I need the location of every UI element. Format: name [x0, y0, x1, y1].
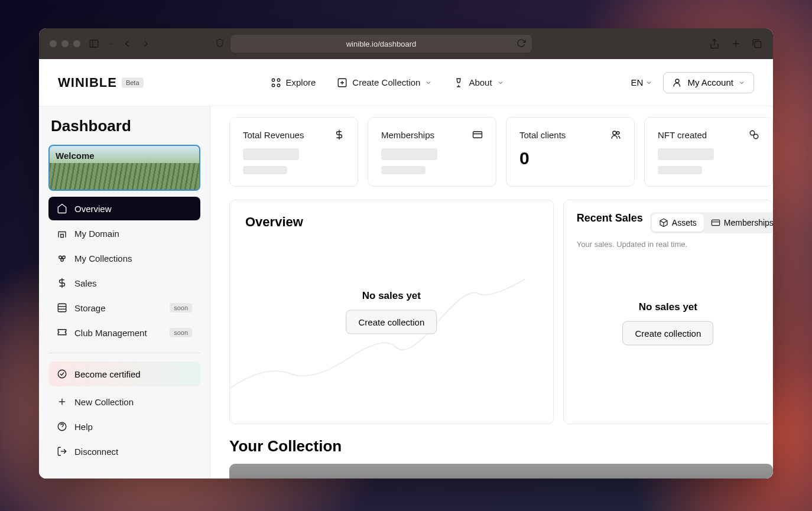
svg-rect-19 [58, 304, 66, 312]
traffic-lights [50, 40, 80, 47]
castle-icon [57, 228, 67, 239]
minimize-window-button[interactable] [61, 40, 69, 47]
beta-badge: Beta [122, 77, 144, 88]
create-collection-button[interactable]: Create collection [623, 321, 714, 345]
chevron-down-icon[interactable] [108, 41, 113, 47]
stat-title: NFT created [658, 130, 707, 140]
stat-card-clients: Total clients 0 [506, 117, 635, 187]
new-tab-icon[interactable] [730, 38, 741, 49]
sidebar-item-label: Help [74, 422, 93, 432]
nav-create-label: Create Collection [352, 77, 420, 87]
svg-rect-14 [61, 235, 64, 237]
maximize-window-button[interactable] [73, 40, 80, 47]
nav-explore[interactable]: Explore [271, 77, 316, 88]
tab-label: Memberships [724, 218, 773, 227]
logo[interactable]: WINIBLE Beta [58, 75, 144, 90]
sidebar-item-new-collection[interactable]: New Collection [48, 390, 200, 414]
stat-card-revenues: Total Revenues [229, 117, 358, 187]
check-badge-icon [57, 369, 67, 379]
svg-point-34 [753, 134, 758, 139]
svg-point-7 [277, 79, 280, 82]
become-certified-button[interactable]: Become certified [48, 362, 200, 386]
collection-placeholder [229, 464, 773, 479]
stat-title: Total clients [519, 130, 566, 140]
chevron-down-icon [645, 79, 652, 86]
card-icon [711, 218, 720, 227]
url-text: winible.io/dashboard [346, 40, 417, 48]
svg-point-6 [272, 79, 275, 82]
sidebar-item-storage[interactable]: Storage soon [48, 296, 200, 320]
sidebar-item-my-domain[interactable]: My Domain [48, 222, 200, 245]
card-icon [472, 129, 483, 140]
svg-rect-35 [712, 220, 719, 225]
chevron-down-icon [738, 79, 745, 86]
user-icon [672, 77, 683, 88]
grapes-icon [57, 253, 67, 263]
skeleton-loader [243, 148, 299, 160]
sidebar-item-label: My Domain [74, 229, 119, 239]
create-collection-button[interactable]: Create collection [346, 310, 437, 334]
sidebar-item-my-collections[interactable]: My Collections [48, 246, 200, 270]
my-account-button[interactable]: My Account [663, 72, 754, 93]
welcome-card[interactable]: Welcome [48, 145, 200, 191]
help-icon [57, 421, 67, 432]
svg-point-17 [61, 259, 64, 262]
forward-button[interactable] [141, 38, 151, 49]
sidebar-item-label: Club Management [74, 328, 147, 338]
sidebar-item-sales[interactable]: Sales [48, 271, 200, 295]
svg-point-8 [272, 84, 275, 87]
svg-point-15 [59, 256, 62, 259]
link-icon [749, 129, 759, 140]
svg-point-22 [58, 370, 66, 378]
tabs-icon[interactable] [752, 38, 762, 49]
sidebar-title: Dashboard [48, 117, 200, 135]
sidebar-item-label: Storage [74, 303, 106, 313]
sidebar-item-club-management[interactable]: Club Management soon [48, 321, 200, 344]
share-icon[interactable] [709, 38, 720, 49]
sidebar-item-label: New Collection [74, 397, 134, 407]
sidebar-item-overview[interactable]: Overview [48, 197, 200, 220]
browser-window: winible.io/dashboard WINIBLE Beta [39, 28, 773, 479]
skeleton-loader [658, 166, 702, 174]
logout-icon [57, 446, 67, 457]
nav-create-collection[interactable]: Create Collection [337, 77, 432, 88]
url-bar[interactable]: winible.io/dashboard [230, 35, 532, 53]
home-icon [57, 203, 67, 214]
back-button[interactable] [122, 38, 132, 49]
nav-about-label: About [469, 77, 492, 87]
empty-state-text: No sales yet [346, 290, 437, 302]
divider [48, 353, 200, 353]
cube-icon [659, 218, 668, 227]
overview-title: Overview [245, 214, 538, 230]
dollar-icon [334, 129, 345, 140]
soon-badge: soon [170, 328, 192, 337]
skeleton-loader [243, 166, 287, 174]
sidebar: Dashboard Welcome Overview My Domain My … [39, 106, 210, 479]
skeleton-loader [381, 148, 437, 160]
storage-icon [57, 302, 67, 313]
nav-about[interactable]: About [453, 77, 504, 88]
sidebar-item-disconnect[interactable]: Disconnect [48, 440, 200, 463]
tab-memberships[interactable]: Memberships [704, 214, 773, 232]
stat-card-nft: NFT created [644, 117, 773, 187]
svg-rect-0 [90, 40, 98, 47]
close-window-button[interactable] [50, 40, 57, 47]
language-selector[interactable]: EN [631, 77, 653, 87]
svg-point-9 [277, 84, 280, 87]
svg-point-33 [750, 131, 755, 135]
soon-badge: soon [170, 303, 192, 313]
shield-icon [215, 38, 225, 50]
refresh-icon[interactable] [517, 38, 526, 50]
empty-state-text: No sales yet [623, 301, 714, 313]
tab-label: Assets [672, 218, 697, 227]
sidebar-item-help[interactable]: Help [48, 415, 200, 438]
tab-assets[interactable]: Assets [652, 214, 704, 232]
sidebar-item-label: Sales [74, 278, 97, 288]
account-label: My Account [687, 77, 733, 87]
sales-subtitle: Your sales. Updated in real time. [577, 239, 759, 250]
browser-chrome: winible.io/dashboard [39, 28, 773, 59]
sidebar-toggle-icon[interactable] [89, 38, 99, 49]
certified-label: Become certified [74, 369, 141, 379]
svg-rect-5 [755, 41, 761, 48]
skeleton-loader [658, 148, 714, 160]
